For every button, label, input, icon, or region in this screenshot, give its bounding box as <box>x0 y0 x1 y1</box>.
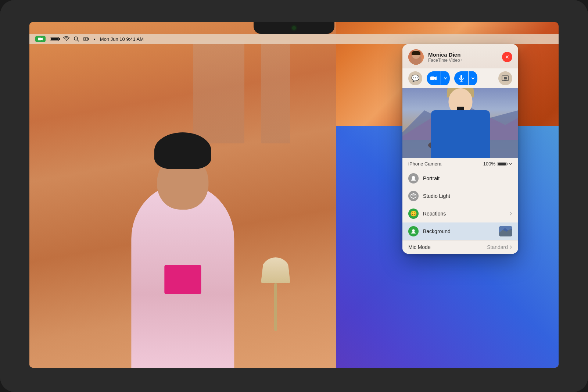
reactions-chevron <box>509 211 512 216</box>
video-feed <box>402 88 518 158</box>
studio-light-label: Studio Light <box>423 193 512 199</box>
svg-marker-1 <box>41 38 43 40</box>
reactions-icon: 😊 <box>408 209 419 219</box>
mic-button[interactable] <box>454 71 468 85</box>
feed-woman <box>424 90 497 158</box>
svg-rect-13 <box>460 75 462 79</box>
svg-point-9 <box>87 37 89 39</box>
contact-subtitle[interactable]: FaceTime Video › <box>428 58 498 63</box>
portrait-label: Portrait <box>423 175 512 181</box>
svg-point-7 <box>87 40 89 42</box>
close-button[interactable] <box>502 52 512 62</box>
video-button[interactable] <box>427 71 441 85</box>
mic-mode-value: Standard <box>487 244 512 250</box>
menubar: ● Mon Jun 10 9:41 AM <box>29 34 559 44</box>
screen-share-button[interactable] <box>498 71 512 85</box>
contact-avatar <box>408 49 424 65</box>
notch <box>254 22 334 34</box>
facetime-video-background <box>29 22 336 368</box>
reactions-label: Reactions <box>423 211 505 217</box>
svg-point-4 <box>84 38 86 40</box>
screen: ● Mon Jun 10 9:41 AM Monica Dien <box>29 22 559 368</box>
svg-marker-26 <box>411 193 416 196</box>
camera-info-row: iPhone Camera 100% <box>402 158 518 170</box>
video-control-group <box>427 71 450 85</box>
battery-percent: 100% <box>483 161 495 167</box>
battery-icon <box>50 37 59 41</box>
mic-control-group <box>454 71 477 85</box>
dot-separator: ● <box>94 38 96 41</box>
facetime-panel: Monica Dien FaceTime Video › 💬 <box>402 44 518 254</box>
svg-marker-12 <box>434 76 437 80</box>
panel-header: Monica Dien FaceTime Video › <box>402 44 518 68</box>
macbook-frame: ● Mon Jun 10 9:41 AM Monica Dien <box>0 0 588 392</box>
battery-fill <box>498 163 506 165</box>
background-thumbnail <box>499 226 512 236</box>
camera-indicator <box>292 26 296 30</box>
menu-item-studio-light[interactable]: Studio Light <box>402 187 518 205</box>
background-icon <box>408 226 419 236</box>
portrait-icon <box>408 173 419 183</box>
mic-mode-label: Mic Mode <box>408 244 431 250</box>
search-icon[interactable] <box>74 36 79 42</box>
contact-name: Monica Dien <box>428 51 498 58</box>
studio-light-icon <box>408 191 419 201</box>
mic-chevron-button[interactable] <box>469 71 477 85</box>
camera-battery[interactable]: 100% <box>483 161 512 167</box>
control-center-icon[interactable] <box>83 37 89 41</box>
svg-rect-19 <box>504 77 507 79</box>
background-label: Background <box>423 228 495 234</box>
svg-rect-0 <box>38 38 41 40</box>
facetime-menubar-button[interactable] <box>35 36 46 42</box>
menu-item-background[interactable]: Background <box>402 222 518 240</box>
contact-info: Monica Dien FaceTime Video › <box>428 51 498 63</box>
background-thumbnail-area <box>499 226 512 236</box>
camera-label: iPhone Camera <box>408 161 441 167</box>
svg-point-27 <box>412 229 415 232</box>
expand-chevron-icon <box>509 163 512 165</box>
menu-item-reactions[interactable]: 😊 Reactions <box>402 205 518 222</box>
emoji-button[interactable]: 💬 <box>408 71 422 85</box>
video-chevron-button[interactable] <box>441 71 450 85</box>
controls-row: 💬 <box>402 68 518 88</box>
wifi-icon <box>63 36 69 42</box>
menu-item-portrait[interactable]: Portrait <box>402 170 518 187</box>
mic-mode-row[interactable]: Mic Mode Standard <box>402 240 518 254</box>
svg-line-3 <box>77 40 79 41</box>
menu-items-list: Portrait Studio Light 😊 <box>402 170 518 240</box>
menu-clock: Mon Jun 10 9:41 AM <box>100 36 144 42</box>
battery-bar <box>498 162 506 166</box>
svg-rect-11 <box>430 76 434 80</box>
